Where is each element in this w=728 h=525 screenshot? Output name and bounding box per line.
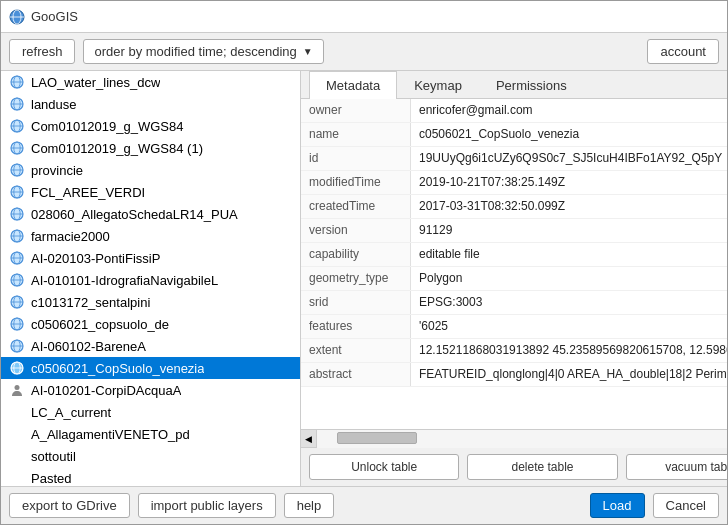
refresh-button[interactable]: refresh (9, 39, 75, 64)
list-item[interactable]: landuse (1, 93, 300, 115)
list-item[interactable]: Com01012019_g_WGS84 (1) (1, 137, 300, 159)
list-item-label: farmacie2000 (31, 229, 110, 244)
list-item-label: 028060_AllegatoSchedaLR14_PUA (31, 207, 238, 222)
list-item[interactable]: Pasted (1, 467, 300, 486)
metadata-value: 2019-10-21T07:38:25.149Z (411, 171, 727, 194)
scroll-thumb-h[interactable] (337, 432, 417, 444)
globe-icon (9, 360, 25, 376)
list-item-label: Com01012019_g_WGS84 (31, 119, 184, 134)
metadata-row: extent12.15211868031913892 45.2358956982… (301, 339, 727, 363)
list-item[interactable]: c0506021_copsuolo_de (1, 313, 300, 335)
list-item-label: AI-010101-IdrografiaNavigabileL (31, 273, 218, 288)
metadata-value: 2017-03-31T08:32:50.099Z (411, 195, 727, 218)
globe-icon (9, 272, 25, 288)
metadata-key: extent (301, 339, 411, 362)
metadata-row: ownerenricofer@gmail.com (301, 99, 727, 123)
metadata-key: abstract (301, 363, 411, 386)
list-item[interactable]: LC_A_current (1, 401, 300, 423)
account-button[interactable]: account (647, 39, 719, 64)
empty-icon (9, 470, 25, 486)
metadata-row: id19UUyQg6i1cUZy6Q9S0c7_SJ5IcuH4IBFo1AY9… (301, 147, 727, 171)
metadata-table: ownerenricofer@gmail.comnamec0506021_Cop… (301, 99, 727, 429)
list-item[interactable]: sottoutil (1, 445, 300, 467)
list-item[interactable]: A_AllagamentiVENETO_pd (1, 423, 300, 445)
list-item[interactable]: farmacie2000 (1, 225, 300, 247)
metadata-key: modifiedTime (301, 171, 411, 194)
list-item-label: c0506021_CopSuolo_venezia (31, 361, 204, 376)
metadata-row: createdTime2017-03-31T08:32:50.099Z (301, 195, 727, 219)
globe-icon (9, 96, 25, 112)
tab-permissions[interactable]: Permissions (479, 71, 584, 99)
list-item-label: LC_A_current (31, 405, 111, 420)
empty-icon (9, 426, 25, 442)
sort-label: order by modified time; descending (94, 44, 296, 59)
help-button[interactable]: help (284, 493, 335, 518)
list-item-label: landuse (31, 97, 77, 112)
list-item[interactable]: c1013172_sentalpini (1, 291, 300, 313)
list-item[interactable]: AI-010101-IdrografiaNavigabileL (1, 269, 300, 291)
right-panel: Metadata Keymap Permissions ownerenricof… (301, 71, 727, 486)
bottom-bar: export to GDrive import public layers he… (1, 486, 727, 524)
main-content: LAO_water_lines_dcw landuse Com01012019_… (1, 71, 727, 486)
action-buttons-row: Unlock table delete table vacuum table (301, 447, 727, 486)
metadata-key: srid (301, 291, 411, 314)
globe-icon (9, 74, 25, 90)
metadata-key: capability (301, 243, 411, 266)
list-item[interactable]: AI-060102-BareneA (1, 335, 300, 357)
list-item[interactable]: FCL_AREE_VERDI (1, 181, 300, 203)
cancel-button[interactable]: Cancel (653, 493, 719, 518)
tab-keymap[interactable]: Keymap (397, 71, 479, 99)
layer-list[interactable]: LAO_water_lines_dcw landuse Com01012019_… (1, 71, 300, 486)
metadata-key: features (301, 315, 411, 338)
globe-icon (9, 118, 25, 134)
metadata-row: geometry_typePolygon (301, 267, 727, 291)
export-gdrive-button[interactable]: export to GDrive (9, 493, 130, 518)
unlock-table-button[interactable]: Unlock table (309, 454, 459, 480)
metadata-value: '6025 (411, 315, 727, 338)
list-item[interactable]: AI-020103-PontiFissiP (1, 247, 300, 269)
left-panel: LAO_water_lines_dcw landuse Com01012019_… (1, 71, 301, 486)
scroll-left-btn[interactable]: ◀ (301, 430, 317, 448)
list-item[interactable]: c0506021_CopSuolo_venezia (1, 357, 300, 379)
tabs-bar: Metadata Keymap Permissions (301, 71, 727, 99)
metadata-key: id (301, 147, 411, 170)
globe-icon (9, 250, 25, 266)
list-item[interactable]: 028060_AllegatoSchedaLR14_PUA (1, 203, 300, 225)
metadata-value: EPSG:3003 (411, 291, 727, 314)
list-item-label: Pasted (31, 471, 71, 486)
list-item[interactable]: Com01012019_g_WGS84 (1, 115, 300, 137)
metadata-row: version91129 (301, 219, 727, 243)
metadata-key: geometry_type (301, 267, 411, 290)
load-button[interactable]: Load (590, 493, 645, 518)
import-public-layers-button[interactable]: import public layers (138, 493, 276, 518)
app-title: GooGIS (31, 9, 78, 24)
vacuum-table-button[interactable]: vacuum table (626, 454, 727, 480)
metadata-value: c0506021_CopSuolo_venezia (411, 123, 727, 146)
list-item[interactable]: LAO_water_lines_dcw (1, 71, 300, 93)
metadata-value: 12.15211868031913892 45.2358956982061570… (411, 339, 727, 362)
list-item[interactable]: provincie (1, 159, 300, 181)
globe-icon (9, 228, 25, 244)
list-item-label: AI-060102-BareneA (31, 339, 146, 354)
empty-icon (9, 404, 25, 420)
horizontal-scrollbar[interactable]: ◀ ▶ (301, 429, 727, 447)
metadata-value: 91129 (411, 219, 727, 242)
globe-icon (9, 184, 25, 200)
list-item-label: FCL_AREE_VERDI (31, 185, 145, 200)
delete-table-button[interactable]: delete table (467, 454, 617, 480)
metadata-value: editable file (411, 243, 727, 266)
metadata-key: createdTime (301, 195, 411, 218)
metadata-key: name (301, 123, 411, 146)
list-item-label: c0506021_copsuolo_de (31, 317, 169, 332)
sort-dropdown[interactable]: order by modified time; descending ▼ (83, 39, 323, 64)
globe-icon (9, 338, 25, 354)
list-item-label: sottoutil (31, 449, 76, 464)
metadata-value: Polygon (411, 267, 727, 290)
metadata-value: FEATUREID_qlonglong|4|0 AREA_HA_double|1… (411, 363, 727, 386)
metadata-value: 19UUyQg6i1cUZy6Q9S0c7_SJ5IcuH4IBFo1AY92_… (411, 147, 727, 170)
tab-metadata[interactable]: Metadata (309, 71, 397, 99)
list-item-label: c1013172_sentalpini (31, 295, 150, 310)
list-item-label: provincie (31, 163, 83, 178)
list-item[interactable]: AI-010201-CorpiDAcquaA (1, 379, 300, 401)
metadata-row: features'6025 (301, 315, 727, 339)
